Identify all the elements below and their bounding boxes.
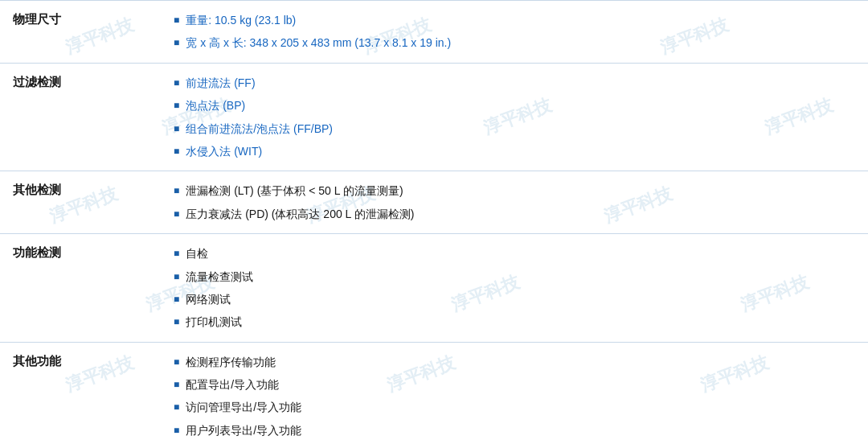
bullet-text: 打印机测试 <box>186 313 242 331</box>
section-label: 过滤检测 <box>0 63 161 171</box>
list-item: ■前进流法 (FF) <box>174 72 855 94</box>
bullet-text: 压力衰减法 (PD) (体积高达 200 L 的泄漏检测) <box>186 205 414 223</box>
list-item: ■自检 <box>174 242 855 265</box>
bullet-icon: ■ <box>174 314 179 330</box>
bullet-icon: ■ <box>174 377 179 393</box>
list-item: ■流量检查测试 <box>174 265 855 288</box>
section-content: ■检测程序传输功能■配置导出/导入功能■访问管理导出/导入功能■用户列表导出/导… <box>161 342 868 444</box>
list-item: ■打印机测试 <box>174 310 855 333</box>
bullet-icon: ■ <box>174 400 179 415</box>
bullet-text: 网络测试 <box>186 290 231 308</box>
list-item: ■用户列表导出/导入功能 <box>174 419 855 442</box>
list-item: ■访问管理导出/导入功能 <box>174 396 855 418</box>
bullet-text: 用户列表导出/导入功能 <box>186 421 301 439</box>
list-item: ■配置导出/导入功能 <box>174 373 855 396</box>
section-label: 功能检测 <box>0 234 161 343</box>
list-item: ■压力衰减法 (PD) (体积高达 200 L 的泄漏检测) <box>174 203 855 225</box>
table-row: 过滤检测■前进流法 (FF)■泡点法 (BP)■组合前进流法/泡点法 (FF/B… <box>0 63 868 171</box>
bullet-icon: ■ <box>174 246 179 261</box>
table-row: 其他检测■泄漏检测 (LT) (基于体积 < 50 L 的流量测量)■压力衰减法… <box>0 171 868 234</box>
section-label: 其他功能 <box>0 342 161 444</box>
bullet-text: 泄漏检测 (LT) (基于体积 < 50 L 的流量测量) <box>186 182 403 199</box>
list-item: ■网络测试 <box>174 288 855 310</box>
bullet-text: 宽 x 高 x 长: 348 x 205 x 483 mm (13.7 x 8.… <box>186 34 451 51</box>
bullet-icon: ■ <box>174 76 179 91</box>
bullet-text: 水侵入法 (WIT) <box>186 142 262 160</box>
bullet-text: 配置导出/导入功能 <box>186 376 279 393</box>
list-item: ■水侵入法 (WIT) <box>174 140 855 162</box>
bullet-text: 自检 <box>186 245 208 262</box>
section-content: ■前进流法 (FF)■泡点法 (BP)■组合前进流法/泡点法 (FF/BP)■水… <box>161 63 868 171</box>
specs-table: 物理尺寸■重量: 10.5 kg (23.1 lb)■宽 x 高 x 长: 34… <box>0 0 868 444</box>
bullet-icon: ■ <box>174 207 179 222</box>
bullet-icon: ■ <box>174 183 179 199</box>
bullet-icon: ■ <box>174 292 179 307</box>
bullet-text: 泡点法 (BP) <box>186 97 245 114</box>
list-item: ■泄漏检测 (LT) (基于体积 < 50 L 的流量测量) <box>174 179 855 202</box>
section-content: ■泄漏检测 (LT) (基于体积 < 50 L 的流量测量)■压力衰减法 (PD… <box>161 171 868 234</box>
bullet-text: 检测程序传输功能 <box>186 353 276 371</box>
section-label: 其他检测 <box>0 171 161 234</box>
bullet-icon: ■ <box>174 13 179 28</box>
bullet-icon: ■ <box>174 98 179 113</box>
table-row: 物理尺寸■重量: 10.5 kg (23.1 lb)■宽 x 高 x 长: 34… <box>0 1 868 64</box>
bullet-icon: ■ <box>174 121 179 137</box>
section-label: 物理尺寸 <box>0 1 161 64</box>
bullet-text: 访问管理导出/导入功能 <box>186 398 301 416</box>
list-item: ■重量: 10.5 kg (23.1 lb) <box>174 9 855 31</box>
bullet-icon: ■ <box>174 423 179 438</box>
table-row: 其他功能■检测程序传输功能■配置导出/导入功能■访问管理导出/导入功能■用户列表… <box>0 342 868 444</box>
bullet-text: 前进流法 (FF) <box>186 74 255 92</box>
table-row: 功能检测■自检■流量检查测试■网络测试■打印机测试 <box>0 234 868 343</box>
list-item: ■检测程序传输功能 <box>174 351 855 373</box>
list-item: ■宽 x 高 x 长: 348 x 205 x 483 mm (13.7 x 8… <box>174 31 855 54</box>
list-item: ■组合前进流法/泡点法 (FF/BP) <box>174 117 855 140</box>
bullet-text: 重量: 10.5 kg (23.1 lb) <box>186 11 296 29</box>
bullet-icon: ■ <box>174 35 179 51</box>
bullet-icon: ■ <box>174 144 179 159</box>
bullet-text: 流量检查测试 <box>186 268 253 286</box>
bullet-icon: ■ <box>174 269 179 285</box>
section-content: ■重量: 10.5 kg (23.1 lb)■宽 x 高 x 长: 348 x … <box>161 1 868 64</box>
bullet-text: 组合前进流法/泡点法 (FF/BP) <box>186 120 333 138</box>
bullet-icon: ■ <box>174 355 179 370</box>
section-content: ■自检■流量检查测试■网络测试■打印机测试 <box>161 234 868 343</box>
list-item: ■泡点法 (BP) <box>174 94 855 117</box>
